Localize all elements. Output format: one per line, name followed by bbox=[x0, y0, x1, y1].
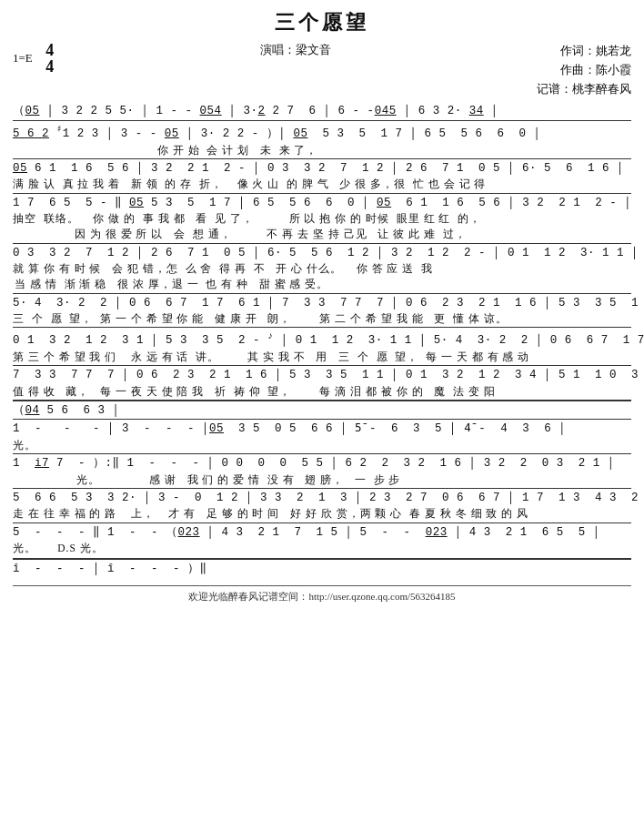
key-signature: 1=E 44 bbox=[13, 42, 54, 75]
score-body: （05 │ 3 2 2 5 5· │ 1 - - 054 │ 3·2 2 7 6… bbox=[13, 102, 631, 578]
performer: 演唱：梁文音 bbox=[260, 42, 331, 58]
footer: 欢迎光临醉春风记谱空间：http://user.qzone.qq.com/563… bbox=[13, 585, 631, 604]
title: 三个愿望 bbox=[13, 9, 631, 36]
credits: 作词：姚若龙 作曲：陈小霞 记谱：桃李醉春风 bbox=[537, 42, 631, 98]
